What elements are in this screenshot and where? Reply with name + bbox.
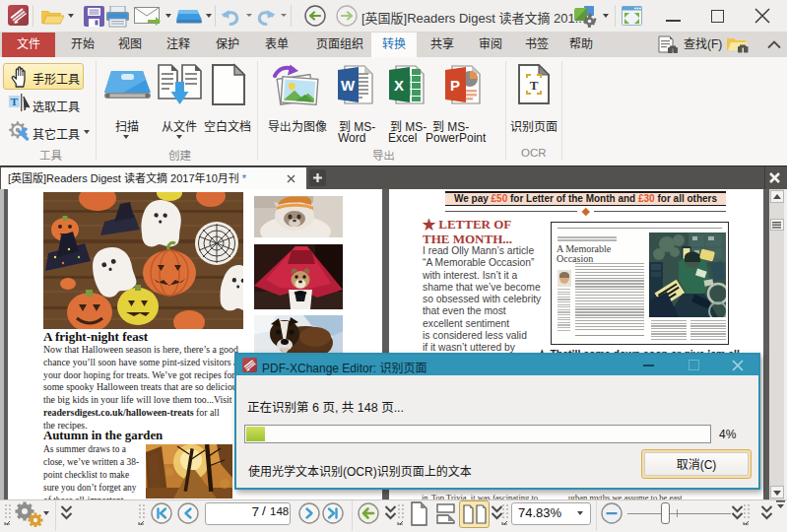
svg-text:P: P xyxy=(450,77,460,94)
svg-text:T: T xyxy=(530,78,539,93)
svg-text:T: T xyxy=(11,96,19,107)
svg-text:W: W xyxy=(341,77,356,94)
svg-text:X: X xyxy=(394,77,404,94)
